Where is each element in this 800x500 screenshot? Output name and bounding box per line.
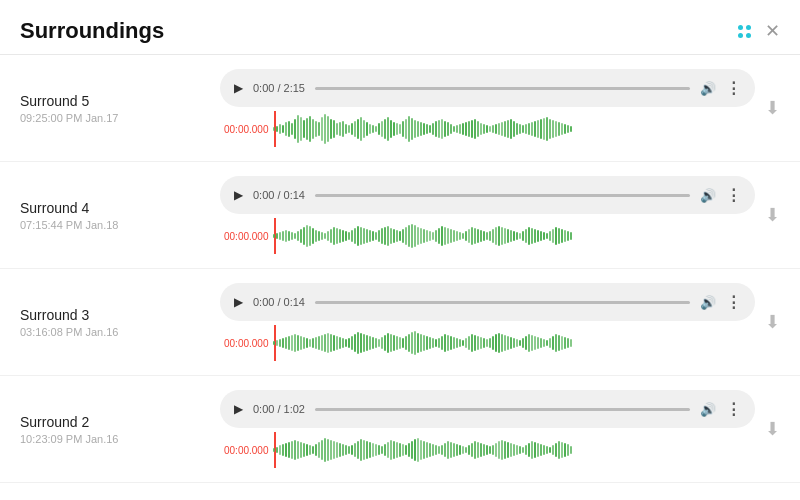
waveform-bar: [273, 341, 275, 345]
waveform-bar: [432, 232, 434, 240]
waveform-bar: [459, 445, 461, 455]
waveform-bar: [327, 231, 329, 241]
progress-bar[interactable]: [315, 194, 690, 197]
audio-player: ▶ 0:00 / 1:02 🔊 ⋮: [220, 390, 755, 428]
waveform-bar: [351, 123, 353, 135]
download-button[interactable]: ⬇: [765, 97, 780, 119]
waveform-bar: [393, 229, 395, 243]
play-button[interactable]: ▶: [234, 81, 243, 95]
play-button[interactable]: ▶: [234, 402, 243, 416]
download-button[interactable]: ⬇: [765, 204, 780, 226]
more-options-icon[interactable]: ⋮: [726, 79, 741, 97]
waveform-bar: [444, 443, 446, 457]
waveform-bar: [531, 122, 533, 136]
more-options-icon[interactable]: ⋮: [726, 186, 741, 204]
waveform-bar: [501, 227, 503, 245]
waveform-bar: [357, 226, 359, 246]
waveform-bar: [522, 125, 524, 133]
waveform-bar: [483, 338, 485, 348]
waveform-bar: [564, 124, 566, 134]
waveform-bar: [366, 441, 368, 459]
waveform-bar: [324, 233, 326, 239]
waveform-bar: [435, 339, 437, 347]
waveform-bar: [411, 441, 413, 459]
close-button[interactable]: ✕: [765, 22, 780, 40]
waveform-bar: [558, 122, 560, 136]
waveform-bar: [276, 447, 278, 453]
waveform-bar: [360, 333, 362, 353]
waveform-bar: [489, 231, 491, 241]
recording-info: Surround 3 03:16:08 PM Jan.16: [20, 307, 200, 338]
waveform-bar: [288, 442, 290, 458]
volume-icon[interactable]: 🔊: [700, 402, 716, 417]
more-options-icon[interactable]: ⋮: [726, 400, 741, 418]
waveform-bar: [426, 124, 428, 134]
waveform-bar: [333, 120, 335, 138]
waveform-bar: [279, 124, 281, 134]
waveform-bar: [288, 231, 290, 241]
waveform-bar: [564, 230, 566, 242]
recording-name: Surround 4: [20, 200, 200, 216]
waveform-bar: [291, 232, 293, 240]
audio-section: ▶ 0:00 / 2:15 🔊 ⋮ 00:00.000: [220, 69, 755, 147]
waveform-bar: [534, 336, 536, 350]
waveform-bar: [411, 332, 413, 354]
waveform-bar: [456, 231, 458, 241]
waveform-bar: [381, 337, 383, 349]
download-button[interactable]: ⬇: [765, 418, 780, 440]
waveform-bar: [468, 336, 470, 350]
grid-dots-icon[interactable]: [738, 25, 751, 38]
time-display: 0:00 / 2:15: [253, 82, 305, 94]
waveform-bar: [495, 443, 497, 457]
waveform-bar: [408, 225, 410, 247]
waveform-bar: [552, 120, 554, 138]
waveform-bar: [564, 443, 566, 457]
more-options-icon[interactable]: ⋮: [726, 293, 741, 311]
waveform-bar: [432, 338, 434, 348]
waveform-bar: [459, 339, 461, 347]
waveform-bar: [408, 443, 410, 457]
waveform-bar: [486, 232, 488, 240]
waveform-bar: [303, 120, 305, 138]
waveform-bar: [429, 443, 431, 457]
waveform-bar: [345, 445, 347, 455]
waveform-bar: [537, 443, 539, 457]
waveform-bar: [570, 232, 572, 240]
volume-icon[interactable]: 🔊: [700, 81, 716, 96]
waveform-bar: [366, 229, 368, 243]
waveform-bar: [510, 119, 512, 139]
audio-player: ▶ 0:00 / 0:14 🔊 ⋮: [220, 283, 755, 321]
download-button[interactable]: ⬇: [765, 311, 780, 333]
waveform-bar: [522, 231, 524, 241]
recording-info: Surround 4 07:15:44 PM Jan.18: [20, 200, 200, 231]
waveform-bar: [297, 335, 299, 351]
waveform-bar: [462, 123, 464, 135]
progress-bar[interactable]: [315, 408, 690, 411]
volume-icon[interactable]: 🔊: [700, 188, 716, 203]
waveform-bar: [372, 337, 374, 349]
waveform-bar: [516, 123, 518, 135]
progress-bar[interactable]: [315, 87, 690, 90]
waveform-bar: [534, 121, 536, 137]
waveform-bar: [303, 227, 305, 245]
waveform-bar: [309, 339, 311, 347]
waveform-bar: [552, 445, 554, 455]
waveform-bar: [309, 116, 311, 142]
waveform-bar: [369, 230, 371, 242]
waveform-bar: [327, 333, 329, 353]
progress-bar[interactable]: [315, 301, 690, 304]
play-button[interactable]: ▶: [234, 188, 243, 202]
waveform-bar: [438, 446, 440, 454]
volume-icon[interactable]: 🔊: [700, 295, 716, 310]
waveform-bar: [330, 229, 332, 243]
waveform-time: 00:00.000: [224, 445, 269, 456]
waveform-bar: [447, 335, 449, 351]
play-button[interactable]: ▶: [234, 295, 243, 309]
waveform-bar: [402, 121, 404, 137]
waveform-time: 00:00.000: [224, 338, 269, 349]
waveform-bar: [456, 338, 458, 348]
waveform-bar: [348, 446, 350, 454]
waveform-bar: [315, 121, 317, 137]
waveform-bar: [471, 334, 473, 352]
waveform-bar: [345, 339, 347, 347]
